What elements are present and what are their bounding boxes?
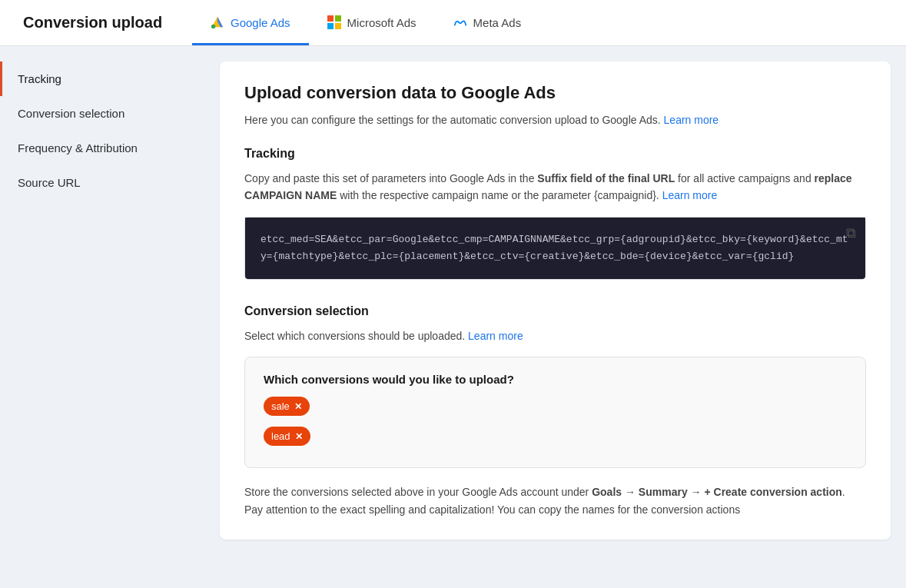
conversion-tags: sale ✕ lead ✕ [264, 397, 847, 452]
conversion-selection-description: Select which conversions should be uploa… [244, 327, 866, 344]
tabs: Google Ads Microsoft Ads Meta Ads [192, 1, 883, 45]
code-block: etcc_med=SEA&etcc_par=Google&etcc_cmp=CA… [245, 218, 865, 279]
tab-meta-ads-label: Meta Ads [473, 16, 522, 29]
svg-point-2 [211, 25, 215, 28]
tracking-bold1: Suffix field of the final URL [537, 172, 675, 184]
content-card: Upload conversion data to Google Ads Her… [220, 61, 891, 540]
conversion-box: Which conversions would you like to uplo… [244, 357, 866, 468]
microsoft-ads-icon [327, 15, 341, 29]
store-text: Store the conversions selected above in … [244, 483, 866, 518]
svg-rect-5 [327, 23, 334, 29]
header: Conversion upload Google Ads [0, 0, 906, 46]
tag-sale: sale ✕ [264, 397, 310, 416]
tracking-description: Copy and paste this set of parameters in… [244, 170, 866, 204]
copy-code-button[interactable]: ⧉ [846, 225, 856, 241]
tracking-learn-more-link[interactable]: Learn more [662, 189, 718, 201]
tab-microsoft-ads[interactable]: Microsoft Ads [309, 2, 435, 45]
subtitle-learn-more-link[interactable]: Learn more [664, 114, 719, 126]
store-bold-summary: Summary [639, 486, 688, 498]
page-title: Conversion upload [23, 14, 192, 32]
store-bold-create: + Create conversion action [704, 486, 841, 498]
conversion-selection-title: Conversion selection [244, 304, 866, 318]
svg-rect-4 [335, 15, 341, 22]
tag-lead-close[interactable]: ✕ [295, 431, 303, 442]
main-layout: Tracking Conversion selection Frequency … [0, 46, 906, 588]
tab-google-ads[interactable]: Google Ads [192, 2, 309, 45]
sidebar-item-source-url[interactable]: Source URL [0, 165, 204, 200]
meta-ads-icon [453, 15, 467, 29]
sidebar: Tracking Conversion selection Frequency … [0, 46, 204, 588]
google-ads-icon [211, 15, 224, 29]
tab-google-ads-label: Google Ads [231, 16, 290, 29]
card-subtitle: Here you can configure the settings for … [244, 112, 866, 128]
svg-rect-6 [335, 23, 341, 29]
svg-rect-3 [327, 15, 334, 22]
tab-meta-ads[interactable]: Meta Ads [435, 2, 540, 45]
conversion-learn-more-link[interactable]: Learn more [468, 330, 523, 342]
card-main-title: Upload conversion data to Google Ads [244, 83, 866, 103]
sidebar-item-conversion-selection[interactable]: Conversion selection [0, 96, 204, 131]
tracking-section-title: Tracking [244, 147, 866, 161]
store-bold-goals: Goals [592, 486, 622, 498]
content-area: Upload conversion data to Google Ads Her… [204, 46, 906, 588]
code-container: ⧉ etcc_med=SEA&etcc_par=Google&etcc_cmp=… [244, 217, 866, 280]
tab-microsoft-ads-label: Microsoft Ads [347, 16, 416, 29]
tag-sale-close[interactable]: ✕ [294, 401, 302, 412]
conversion-box-title: Which conversions would you like to uplo… [264, 373, 847, 386]
tag-lead-label: lead [271, 430, 290, 442]
tag-sale-label: sale [271, 400, 290, 412]
tag-lead: lead ✕ [264, 427, 310, 446]
sidebar-item-tracking[interactable]: Tracking [0, 61, 204, 96]
sidebar-item-frequency-attribution[interactable]: Frequency & Attribution [0, 131, 204, 165]
